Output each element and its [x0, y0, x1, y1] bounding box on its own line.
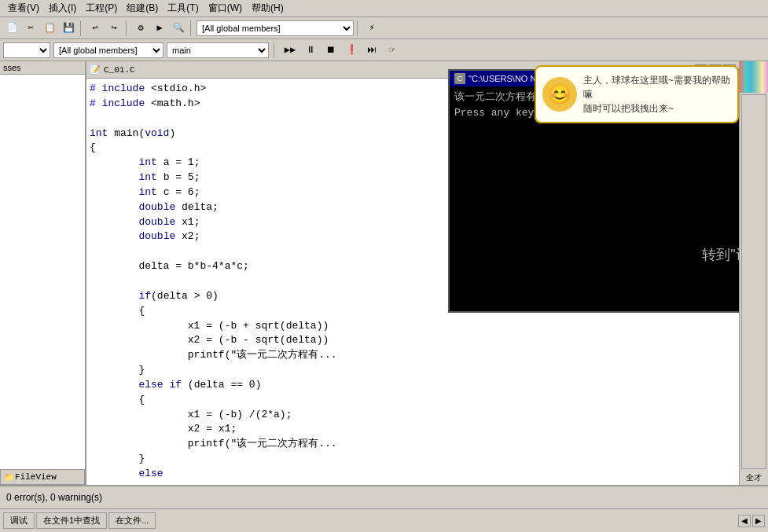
tab-find1[interactable]: 在文件1中查找 [36, 512, 107, 529]
context-dropdown[interactable] [3, 42, 50, 58]
left-panel: sses 📁 FileView [0, 61, 86, 485]
function-dropdown[interactable]: main [167, 42, 269, 58]
tb2-btn1[interactable]: ▶▶ [281, 42, 299, 59]
error-count: 0 error(s), 0 warning(s) [6, 492, 102, 503]
extra-btn[interactable]: ⚡ [363, 20, 380, 37]
code-line: printf("该一元二次方程有... [90, 437, 736, 452]
tb2-btn5[interactable]: ⏭ [363, 42, 380, 59]
menu-project[interactable]: 工程(P) [81, 0, 122, 17]
tooltip-line1: 主人，球球在这里哦~需要我的帮助嘛 [583, 73, 731, 101]
new-btn[interactable]: 📄 [3, 20, 20, 37]
sep5 [274, 42, 277, 58]
code-line: printf("该一元二次方程有... [90, 348, 736, 363]
debug-btn[interactable]: 🔍 [170, 20, 187, 37]
undo-btn[interactable]: ↩ [86, 20, 104, 37]
editor-container: 📝 C_01.C _ □ ✕ # include <stdio.h> # inc… [86, 61, 739, 485]
tooltip-line2: 随时可以把我拽出来~ [583, 101, 731, 116]
tooltip-avatar: 😊 [542, 77, 577, 112]
menu-insert[interactable]: 插入(I) [44, 0, 81, 17]
code-line: else if (delta == 0) [90, 378, 736, 393]
console-icon: C [454, 73, 465, 84]
file-icon: 📝 [90, 64, 101, 75]
menu-tools[interactable]: 工具(T) [163, 0, 203, 17]
sep3 [190, 20, 193, 36]
sep1 [80, 20, 83, 36]
menu-help[interactable]: 帮助(H) [247, 0, 288, 17]
panel-title: sses [0, 61, 85, 75]
menu-build[interactable]: 组建(B) [122, 0, 163, 17]
sep4 [357, 20, 360, 36]
editor-filename: C_01.C [104, 65, 135, 75]
code-line: x1 = (-b + sqrt(delta)) [90, 319, 736, 334]
code-line: { [90, 393, 736, 408]
panel-content [0, 75, 85, 469]
save-btn[interactable]: 💾 [60, 20, 77, 37]
scroll-btns: ◀ ▶ [738, 515, 765, 527]
tb2-btn6[interactable]: ☞ [384, 42, 401, 59]
tooltip-balloon: 😊 主人，球球在这里哦~需要我的帮助嘛 随时可以把我拽出来~ [535, 65, 739, 123]
fileview-icon: 📁 [4, 472, 15, 482]
run-btn[interactable]: ▶ [151, 20, 168, 37]
editor-title-left: 📝 C_01.C [90, 64, 135, 75]
tb2-btn4[interactable]: ❗ [343, 42, 360, 59]
right-label: 全才 [740, 471, 768, 485]
code-line: } [90, 363, 736, 378]
fileview-tab[interactable]: 📁 FileView [0, 469, 85, 485]
members-dropdown[interactable]: [All global members] [53, 42, 164, 58]
copy-btn[interactable]: 📋 [41, 20, 58, 37]
bottom-tabs: 调试 在文件1中查找 在文件... ◀ ▶ [0, 508, 768, 532]
right-panel: 全才 [739, 61, 768, 485]
code-line: x2 = (-b - sqrt(delta)) [90, 333, 736, 348]
tb2-btn3[interactable]: ⏹ [322, 42, 340, 59]
code-line: } [90, 452, 736, 467]
toolbar2: [All global members] main ▶▶ ⏸ ⏹ ❗ ⏭ ☞ [0, 39, 768, 61]
sep2 [126, 20, 129, 36]
redo-btn[interactable]: ↪ [105, 20, 123, 37]
color-block [740, 61, 768, 93]
avatar-emoji: 😊 [548, 83, 571, 105]
tab-find2[interactable]: 在文件... [108, 512, 156, 529]
menu-view[interactable]: 查看(V) [3, 0, 44, 17]
tb2-btn2[interactable]: ⏸ [302, 42, 319, 59]
open-btn[interactable]: ✂️ [22, 20, 39, 37]
scroll-left-btn[interactable]: ◀ [738, 515, 751, 527]
compile-btn[interactable]: ⚙️ [132, 20, 149, 37]
toolbar1: 📄 ✂️ 📋 💾 ↩ ↪ ⚙️ ▶ 🔍 [All global members]… [0, 17, 768, 39]
tooltip-text: 主人，球球在这里哦~需要我的帮助嘛 随时可以把我拽出来~ [583, 73, 731, 116]
scroll-right-btn[interactable]: ▶ [752, 515, 765, 527]
code-line: else [90, 467, 736, 482]
code-line: x2 = x1; [90, 422, 736, 437]
fileview-label: FileView [15, 472, 57, 482]
menubar: 查看(V) 插入(I) 工程(P) 组建(B) 工具(T) 窗口(W) 帮助(H… [0, 0, 768, 17]
menu-window[interactable]: 窗口(W) [204, 0, 247, 17]
code-line: x1 = (-b) /(2*a); [90, 408, 736, 423]
scope-dropdown[interactable]: [All global members] [197, 20, 354, 36]
output-bar: 0 error(s), 0 warning(s) [0, 485, 768, 508]
tab-debug[interactable]: 调试 [3, 512, 35, 529]
